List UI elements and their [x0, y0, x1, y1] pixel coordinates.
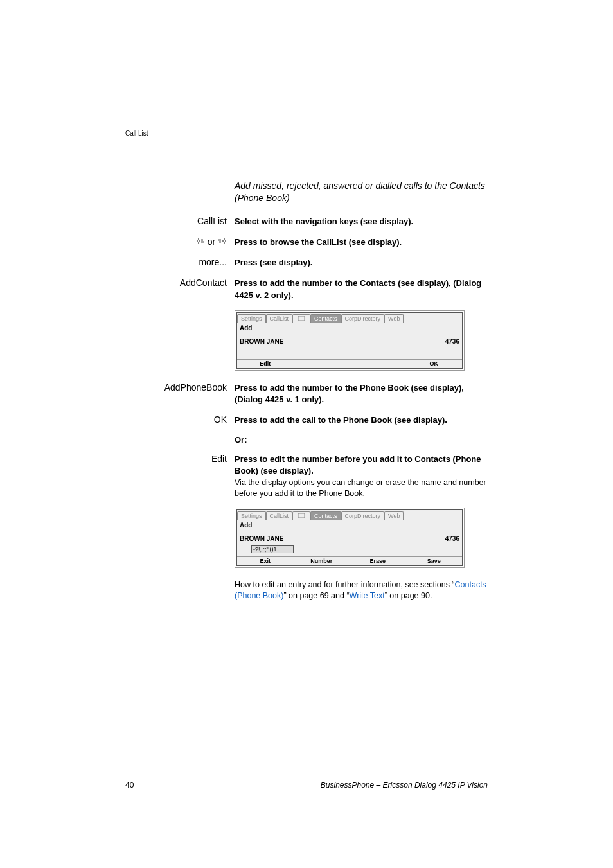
display2-name: BROWN JANE	[240, 535, 283, 542]
instruction-edit: Press to edit the number before you add …	[235, 454, 488, 477]
tab2-settings: Settings	[237, 511, 266, 520]
display1-tabs: Settings CallList Contacts CorpDirectory…	[237, 313, 462, 323]
envelope-icon	[298, 316, 305, 321]
svg-rect-4	[201, 241, 204, 242]
svg-point-0	[198, 238, 199, 240]
tab-calllist: CallList	[266, 314, 293, 323]
label-addcontact: AddContact	[125, 278, 227, 288]
display2-title: Add	[240, 522, 459, 529]
tab-web: Web	[384, 314, 404, 323]
nav-up-icon	[218, 237, 227, 245]
softkey-number: Number	[294, 558, 350, 564]
display2-number: 4736	[445, 535, 459, 542]
closing-paragraph: How to edit an entry and for further inf…	[235, 580, 488, 601]
svg-point-11	[224, 242, 225, 244]
label-ok: OK	[125, 414, 227, 425]
display1-title: Add	[240, 324, 459, 332]
svg-point-9	[222, 240, 224, 242]
softkey-edit: Edit	[237, 360, 294, 367]
svg-point-3	[198, 242, 199, 244]
tab-corpdirectory: CorpDirectory	[341, 314, 385, 323]
label-more: more...	[125, 257, 227, 267]
display1-number: 4736	[445, 338, 459, 345]
subsection-title: Add missed, rejected, answered or dialle…	[235, 180, 488, 204]
svg-rect-6	[218, 239, 221, 240]
tab2-web: Web	[384, 511, 404, 520]
label-calllist: CallList	[125, 216, 227, 226]
instruction-more: Press (see display).	[235, 257, 488, 269]
closing-mid: ” on page 69 and “	[283, 591, 349, 600]
closing-suffix: ” on page 90.	[385, 591, 432, 600]
softkey-erase: Erase	[350, 558, 406, 564]
tab2-calllist: CallList	[266, 511, 293, 520]
label-browse-sep: or	[208, 236, 218, 247]
tab2-message-icon	[292, 511, 310, 520]
svg-rect-7	[219, 241, 221, 242]
section-header: Call List	[125, 130, 148, 137]
phone-display-2: Settings CallList Contacts CorpDirectory…	[235, 508, 465, 568]
label-browse-icons: or	[125, 236, 227, 247]
link-write-text[interactable]: Write Text	[350, 591, 385, 600]
instruction-browse: Press to browse the CallList (see displa…	[235, 236, 488, 248]
svg-point-10	[225, 240, 226, 242]
instruction-calllist: Select with the navigation keys (see dis…	[235, 216, 488, 227]
svg-point-8	[224, 238, 225, 240]
envelope-icon	[298, 513, 305, 518]
tab2-corpdirectory: CorpDirectory	[341, 511, 385, 520]
nav-down-icon	[196, 237, 205, 245]
svg-rect-5	[201, 239, 203, 240]
tab-settings: Settings	[237, 314, 266, 323]
svg-point-2	[199, 240, 200, 242]
display1-name: BROWN JANE	[240, 338, 283, 345]
instruction-ok: Press to add the call to the Phone Book …	[235, 414, 488, 426]
tab-message-icon	[292, 314, 310, 323]
phone-display-1: Settings CallList Contacts CorpDirectory…	[235, 310, 465, 371]
label-addphonebook: AddPhoneBook	[125, 382, 227, 393]
page-number: 40	[125, 781, 134, 790]
softkey-save: Save	[406, 558, 463, 564]
svg-point-1	[197, 240, 198, 242]
or-separator: Or:	[235, 435, 488, 445]
instruction-edit-desc: Via the display options you can change o…	[235, 477, 488, 499]
svg-rect-13	[298, 513, 305, 518]
display2-input-hint: -?!,.:;"'()1	[251, 545, 294, 553]
tab2-contacts: Contacts	[310, 511, 341, 520]
instruction-addphonebook: Press to add the number to the Phone Boo…	[235, 382, 488, 405]
tab-contacts: Contacts	[310, 314, 341, 323]
footer-title: BusinessPhone – Ericsson Dialog 4425 IP …	[321, 781, 488, 790]
closing-prefix: How to edit an entry and for further inf…	[235, 580, 455, 589]
softkey-ok: OK	[406, 360, 463, 367]
display2-tabs: Settings CallList Contacts CorpDirectory…	[237, 510, 462, 520]
svg-rect-12	[298, 316, 305, 321]
label-edit: Edit	[125, 454, 227, 464]
softkey-exit: Exit	[237, 558, 294, 564]
instruction-addcontact: Press to add the number to the Contacts …	[235, 278, 488, 301]
